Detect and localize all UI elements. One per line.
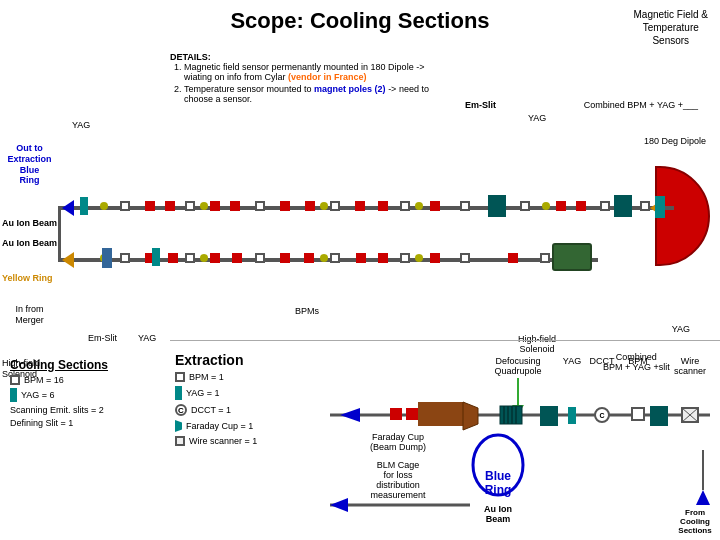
cooling-defining-item: Defining Slit = 1 [10, 418, 165, 428]
ext-yag-symbol [175, 386, 182, 400]
ext-magnet-1 [540, 406, 558, 426]
ext-fc-symbol [175, 420, 182, 432]
cooling-bpm-item: BPM = 16 [10, 375, 165, 385]
bpm-5 [400, 201, 410, 211]
cooling-sections-title: Cooling Sections [10, 358, 165, 372]
bpm-9 [640, 201, 650, 211]
cooling-yag-text: YAG = 6 [21, 390, 55, 400]
from-cooling-label3: Sections [678, 526, 712, 535]
red-sq-6 [305, 201, 315, 211]
beam-area: Out toExtractionBlueRing YAG Em-Slit YAG… [0, 48, 720, 338]
yag-far-right-label: YAG [672, 324, 690, 334]
ext-magnet-2 [650, 406, 668, 426]
au-ion-beam2-label: Au Ion Beam [2, 238, 57, 248]
cooling-scanning-text: Scanning Emit. slits = 2 [10, 405, 104, 415]
faraday-cup-sym [418, 402, 463, 426]
au-ion-arrow [330, 498, 348, 512]
yag-ext-label: YAG [563, 356, 581, 366]
em-slit-component [102, 248, 112, 268]
red-sq-10 [556, 201, 566, 211]
ext-bpm-symbol [175, 372, 185, 382]
yag-right-label: YAG [528, 113, 546, 123]
dcct-c: C [599, 412, 604, 419]
em-slit-bottom-label: Em-Slit [88, 333, 117, 343]
out-extraction-label: Out toExtractionBlueRing [2, 143, 57, 186]
ext-bpm-item: BPM = 1 [175, 372, 330, 382]
bpm-ext-label: BPM [628, 356, 648, 366]
red-sq-7 [355, 201, 365, 211]
blm-label2: for loss [383, 470, 413, 480]
ext-arrow-left [340, 408, 360, 422]
red-sq-4 [230, 201, 240, 211]
red-sq-9 [430, 201, 440, 211]
vert-connect-1 [58, 210, 61, 258]
fc-label: Faraday Cup [372, 432, 424, 442]
red-sq-bot-7 [356, 253, 366, 263]
red-sq-1 [145, 201, 155, 211]
vert-connect-2 [670, 210, 673, 260]
red-sq-bot-6 [304, 253, 314, 263]
bpms-label: BPMs [295, 306, 319, 316]
cooling-scanning-item: Scanning Emit. slits = 2 [10, 405, 165, 415]
ext-yag-text: YAG = 1 [186, 388, 220, 398]
red-sq-2 [165, 201, 175, 211]
combined-component-right [655, 196, 665, 218]
ws-ext-label2: scanner [674, 366, 706, 376]
ydot-2 [200, 202, 208, 210]
bpm-2 [185, 201, 195, 211]
arrow-left-bottom [62, 252, 74, 268]
ext-yag-item: YAG = 1 [175, 386, 330, 400]
dcct-ext-label: DCCT [590, 356, 615, 366]
ydot-bot-2 [200, 254, 208, 262]
bpm-6 [460, 201, 470, 211]
extraction-diagram: Defocusing Quadrupole YAG DCCT BPM Wire … [330, 350, 715, 535]
bpm-bot-4 [330, 253, 340, 263]
deg180-label: 180 Deg Dipole [644, 136, 706, 146]
au-ion-beam-label: Au Ion Beam [2, 218, 57, 228]
from-cooling-label2: Cooling [680, 517, 710, 526]
cooling-bpm-symbol [10, 375, 20, 385]
bpm-7 [520, 201, 530, 211]
bpm-bot-5 [400, 253, 410, 263]
extraction-panel: Extraction BPM = 1 YAG = 1 C DCCT = 1 Fa… [175, 352, 330, 446]
yag-bottom-label: YAG [138, 333, 156, 343]
ext-ws-symbol [175, 436, 185, 446]
ext-fc-item: Faraday Cup = 1 [175, 420, 330, 432]
blm-label: BLM Cage [377, 460, 420, 470]
red-sq-bot-2 [168, 253, 178, 263]
bpm-bot-2 [185, 253, 195, 263]
bpm-bot-6 [460, 253, 470, 263]
divider [170, 340, 720, 341]
red-sq-8 [378, 201, 388, 211]
em-slit-top-label: Em-Slit [465, 100, 496, 110]
faraday-cup-nose [463, 402, 478, 430]
ydot-4 [415, 202, 423, 210]
ext-bpm-text: BPM = 1 [189, 372, 224, 382]
ydot-5 [542, 202, 550, 210]
red-sq-bot-4 [232, 253, 242, 263]
cooling-defining-text: Defining Slit = 1 [10, 418, 73, 428]
bpm-1 [120, 201, 130, 211]
yag-left-label: YAG [72, 120, 90, 130]
bpm-bot-1 [120, 253, 130, 263]
highfield-solenoid-component [552, 243, 592, 271]
bpm-bot-7 [540, 253, 550, 263]
bpm-3 [255, 201, 265, 211]
yag-component-left [80, 197, 88, 215]
red-sq-bot-8 [378, 253, 388, 263]
combined-bpm-label: Combined BPM + YAG +___ [584, 100, 698, 110]
defocusing-quad-label2: Quadrupole [494, 366, 541, 376]
au-ion-beam-label2: Beam [486, 514, 511, 524]
from-cooling-arrow [696, 490, 710, 505]
ws-ext-label: Wire [681, 356, 700, 366]
ext-fc-text: Faraday Cup = 1 [186, 421, 253, 431]
ext-dcct-symbol: C [175, 404, 187, 416]
ext-ws-text: Wire scanner = 1 [189, 436, 257, 446]
red-sq-5 [280, 201, 290, 211]
red-sq-ext-2 [406, 408, 418, 420]
red-sq-bot-5 [280, 253, 290, 263]
ext-ws-item: Wire scanner = 1 [175, 436, 330, 446]
cooling-yag-item: YAG = 6 [10, 388, 165, 402]
bpm-ext-sym [632, 408, 644, 420]
cooling-yag-symbol [10, 388, 17, 402]
